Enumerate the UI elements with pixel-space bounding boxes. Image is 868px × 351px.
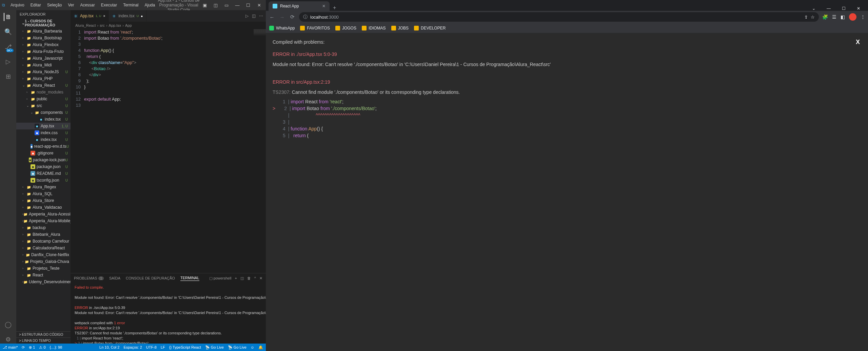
tree-item[interactable]: ■.gitignoreU bbox=[16, 150, 71, 157]
extensions-icon[interactable]: ⊞ bbox=[4, 73, 12, 81]
account-icon[interactable]: ◯ bbox=[4, 321, 12, 329]
tree-item[interactable]: ■tsconfig.jsonU bbox=[16, 177, 71, 184]
trash-icon[interactable]: 🗑 bbox=[247, 276, 251, 280]
project-root[interactable]: ⌄1 - CURSOS DE PROGRAMAÇÃO bbox=[16, 18, 71, 28]
code-editor[interactable]: 12345678910111213 import React from 'rea… bbox=[71, 29, 266, 273]
tree-item[interactable]: ›📁Alura_SQL bbox=[16, 190, 71, 197]
close-icon[interactable]: ✕ bbox=[852, 6, 865, 11]
bookmark-item[interactable]: DEVELOPER bbox=[414, 26, 446, 30]
editor-tab[interactable]: ⚛index.tsxU● bbox=[109, 10, 146, 22]
tree-item[interactable]: ›📁Projetos_Teste bbox=[16, 265, 71, 272]
go-live-button[interactable]: 📡 Go Live bbox=[205, 345, 224, 350]
feedback-icon[interactable]: ☺ bbox=[251, 345, 254, 350]
close-tab-icon[interactable]: ✕ bbox=[322, 4, 326, 8]
tree-item[interactable]: ■index.cssU bbox=[16, 129, 71, 136]
menu-item[interactable]: Seleção bbox=[45, 2, 64, 8]
tree-item[interactable]: ›📁CalculadoraReact bbox=[16, 245, 71, 251]
browser-tab[interactable]: React App ✕ bbox=[269, 1, 330, 11]
chevron-up-icon[interactable]: ^ bbox=[254, 276, 256, 280]
explorer-icon[interactable]: 🗎 bbox=[4, 13, 12, 21]
tree-item[interactable]: ›📁Projeto_Galoá-Chuva bbox=[16, 258, 71, 265]
layout-icon[interactable]: ◫ bbox=[211, 3, 220, 8]
close-icon[interactable]: ✕ bbox=[254, 3, 264, 8]
tree-item[interactable]: ›📁React bbox=[16, 272, 71, 278]
bookmark-icon[interactable]: ☆ bbox=[811, 15, 815, 20]
minimize-icon[interactable]: — bbox=[233, 3, 242, 8]
tree-item[interactable]: ■App.tsx1, U bbox=[16, 123, 71, 129]
maximize-icon[interactable]: ☐ bbox=[243, 3, 253, 8]
tree-item[interactable]: ■index.tsxU bbox=[16, 136, 71, 143]
bookmark-item[interactable]: JOBS bbox=[391, 26, 409, 30]
split-icon[interactable]: ◫ bbox=[252, 14, 256, 18]
sidebar-section[interactable]: > ESTRUTURA DO CÓDIGO bbox=[16, 331, 71, 337]
terminal-output[interactable]: Failed to compile. Module not found: Err… bbox=[71, 283, 266, 344]
cursor-position[interactable]: Ln 10, Col 2 bbox=[99, 345, 119, 350]
new-terminal-icon[interactable]: + bbox=[235, 276, 237, 280]
layout-icon[interactable]: ▣ bbox=[200, 3, 210, 8]
tree-item[interactable]: ■react-app-env.d.tsU bbox=[16, 143, 71, 150]
bookmark-item[interactable]: IDIOMAS bbox=[362, 26, 386, 30]
tree-item[interactable]: ›📁Alura_Flexbox bbox=[16, 41, 71, 48]
errors-label[interactable]: ⊗ 1 bbox=[29, 345, 35, 350]
editor-tab[interactable]: ⚛App.tsx1, U× bbox=[71, 10, 109, 22]
tree-item[interactable]: ›📁Alura_NodeJSU bbox=[16, 68, 71, 75]
menu-item[interactable]: Executar bbox=[99, 2, 119, 8]
menu-item[interactable]: Arquivo bbox=[8, 2, 27, 8]
tree-item[interactable]: ›📁Apeperia_Alura-Mobile_First bbox=[16, 218, 71, 224]
eol-label[interactable]: LF bbox=[161, 345, 165, 350]
panel-tab[interactable]: TERMINAL bbox=[180, 276, 199, 281]
tree-item[interactable]: ›📁Alura-Fruta-Fruto bbox=[16, 48, 71, 55]
code-content[interactable]: import React from 'react'; import Botao … bbox=[84, 29, 266, 273]
site-info-icon[interactable]: ⓘ bbox=[303, 14, 308, 20]
tree-item[interactable]: ›📁Alura_Barbearia bbox=[16, 28, 71, 35]
back-icon[interactable]: ← bbox=[269, 14, 275, 20]
tree-item[interactable]: ›📁Danflix_Clone-Netflix bbox=[16, 251, 71, 258]
tree-item[interactable]: ›📁Alura_Midi bbox=[16, 62, 71, 68]
bookmark-item[interactable]: WhatsApp bbox=[269, 26, 295, 30]
more-icon[interactable]: ⋯ bbox=[259, 14, 263, 18]
tree-item[interactable]: ›📁Alura_Validacao bbox=[16, 204, 71, 211]
share-icon[interactable]: ⇪ bbox=[804, 15, 808, 20]
avatar[interactable] bbox=[849, 13, 856, 21]
tree-item[interactable]: ⌄📁srcU bbox=[16, 102, 71, 109]
tree-item[interactable]: ›📁backup bbox=[16, 224, 71, 231]
bookmark-item[interactable]: FAVORITOS bbox=[300, 26, 330, 30]
tree-item[interactable]: ›📁Apeperia_Alura-Acessibilidade bbox=[16, 211, 71, 218]
panel-tab[interactable]: PROBLEMAS1 bbox=[74, 276, 104, 280]
tree-item[interactable]: ›📁publicU bbox=[16, 96, 71, 102]
layout-icon[interactable]: ▭ bbox=[222, 3, 231, 8]
breadcrumb[interactable]: Alura_React›src›App.tsx›App bbox=[71, 22, 266, 29]
spaces-label[interactable]: Espaços: 2 bbox=[123, 345, 142, 350]
terminal-shell-label[interactable]: ▢ powershell bbox=[209, 276, 232, 281]
maximize-icon[interactable]: ☐ bbox=[837, 6, 850, 11]
menu-item[interactable]: Ver bbox=[65, 2, 76, 8]
sidebar-section[interactable]: > LINHA DO TEMPO bbox=[16, 337, 71, 344]
bookmark-item[interactable]: JOGOS bbox=[335, 26, 356, 30]
search-icon[interactable]: 🔍 bbox=[4, 28, 12, 36]
new-tab-button[interactable]: + bbox=[330, 5, 339, 11]
tree-item[interactable]: ■package-lock.jsonU bbox=[16, 157, 71, 163]
tree-item[interactable]: ›📁Udemy_Desenvolvimento-Web bbox=[16, 278, 71, 285]
bell-icon[interactable]: 🔔 bbox=[258, 345, 263, 350]
tree-item[interactable]: ›📁Bitebank_Alura bbox=[16, 231, 71, 238]
menu-item[interactable]: Editar bbox=[28, 2, 43, 8]
warnings-label[interactable]: ⚠ 0 bbox=[39, 345, 45, 350]
go-live-button[interactable]: 📡 Go Live bbox=[228, 345, 246, 350]
reload-icon[interactable]: ⟳ bbox=[289, 14, 296, 20]
tree-item[interactable]: ■index.tsxU bbox=[16, 116, 71, 123]
split-terminal-icon[interactable]: ◫ bbox=[240, 276, 244, 281]
menu-icon[interactable]: ⋮ bbox=[861, 14, 865, 20]
tree-item[interactable]: ›📁Alura_PHP bbox=[16, 75, 71, 82]
tree-item[interactable]: ›📁node_modules bbox=[16, 89, 71, 96]
info-label[interactable]: {…}: 98 bbox=[50, 345, 62, 349]
minimize-icon[interactable]: — bbox=[822, 6, 835, 11]
gear-icon[interactable]: ⚙ bbox=[4, 335, 12, 344]
tree-item[interactable]: ⌄📁componentsU bbox=[16, 109, 71, 116]
extensions-icon[interactable]: 🧩 bbox=[822, 14, 828, 20]
tree-item[interactable]: ■README.mdU bbox=[16, 170, 71, 177]
tree-item[interactable]: ›📁Alura_Regex bbox=[16, 184, 71, 190]
source-control-icon[interactable]: ⎇9K+ bbox=[4, 43, 12, 51]
panel-tab[interactable]: SAÍDA bbox=[109, 276, 120, 280]
reading-list-icon[interactable]: ☰ bbox=[832, 14, 836, 20]
debug-icon[interactable]: ▷ bbox=[4, 58, 12, 66]
